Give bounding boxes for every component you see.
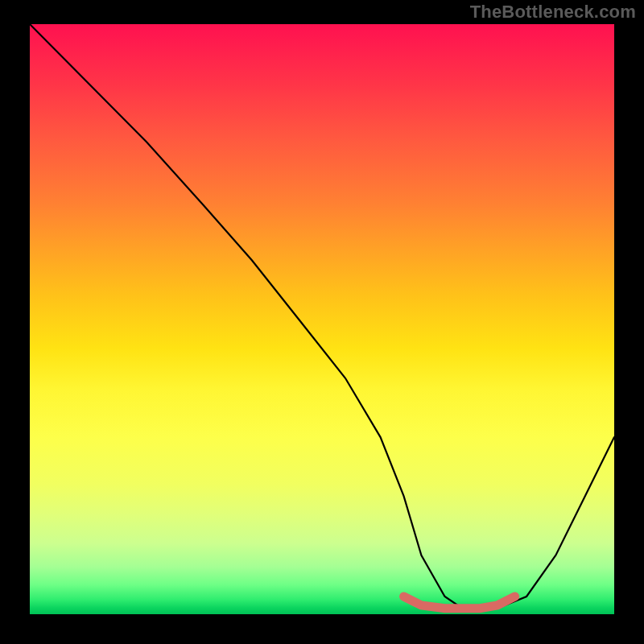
curve-highlight [404, 597, 515, 609]
chart-frame: TheBottleneck.com [0, 0, 644, 644]
curve-line [30, 24, 614, 609]
watermark-text: TheBottleneck.com [470, 2, 636, 23]
curve-svg [30, 24, 614, 614]
plot-area [30, 24, 614, 614]
